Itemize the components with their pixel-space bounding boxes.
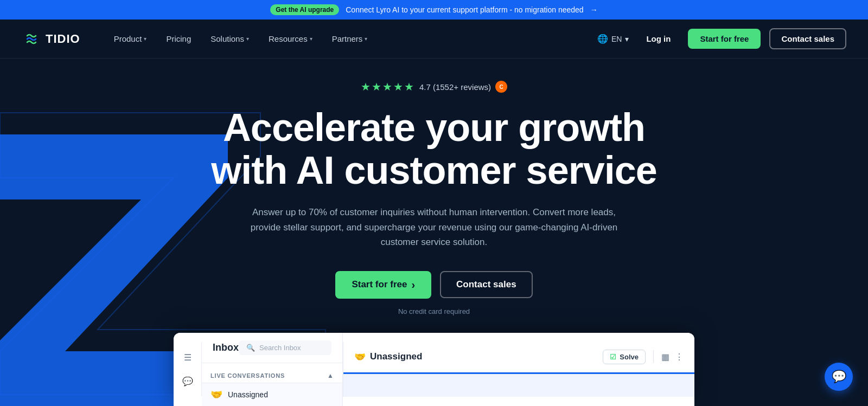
conversation-item[interactable]: 🤝 Unassigned: [202, 383, 342, 406]
nav-links: Product ▾ Pricing Solutions ▾ Resources …: [106, 30, 375, 48]
action-divider: [653, 350, 654, 363]
nav-item-pricing[interactable]: Pricing: [158, 30, 199, 48]
nav-item-solutions[interactable]: Solutions ▾: [203, 30, 257, 48]
dashboard-preview: ☰ 💬 Inbox 🔍 Search Inbox LIVE CONVERSATI…: [174, 333, 694, 406]
start-free-button[interactable]: Start for free: [688, 29, 761, 49]
contact-sales-button[interactable]: Contact sales: [769, 28, 846, 49]
rating-text: 4.7 (1552+ reviews): [419, 82, 491, 92]
more-options-button[interactable]: ⋮: [675, 352, 684, 362]
rating-row: ★★★★★ 4.7 (1552+ reviews) C: [361, 80, 507, 93]
nav-left: TIDIO Product ▾ Pricing Solutions ▾ Reso…: [22, 29, 375, 49]
chevron-down-icon: ▾: [625, 35, 629, 43]
chat-bubble-button[interactable]: 💬: [825, 363, 853, 391]
chevron-down-icon: ▾: [144, 36, 146, 42]
star-rating: ★★★★★: [361, 80, 415, 93]
wave-emoji: 🤝: [354, 351, 366, 363]
nav-item-product[interactable]: Product ▾: [106, 30, 155, 48]
banner-text: Connect Lyro AI to your current support …: [346, 5, 583, 14]
search-placeholder: Search Inbox: [259, 344, 301, 352]
login-button[interactable]: Log in: [637, 30, 679, 48]
logo[interactable]: TIDIO: [22, 29, 80, 49]
search-icon: 🔍: [246, 344, 255, 352]
logo-text: TIDIO: [46, 32, 80, 46]
top-banner: Get the AI upgrade Connect Lyro AI to yo…: [0, 0, 868, 20]
checkbox-icon: ☑: [610, 353, 616, 361]
chevron-up-icon: ▲: [327, 372, 334, 379]
dashboard-header: ☰ 💬 Inbox 🔍 Search Inbox LIVE CONVERSATI…: [174, 333, 694, 406]
hero-title: Accelerate your growth with AI customer …: [211, 106, 657, 192]
chevron-down-icon: ▾: [246, 36, 249, 42]
hero-contact-sales-button[interactable]: Contact sales: [440, 271, 533, 298]
hero-start-free-button[interactable]: Start for free ›: [335, 271, 431, 299]
nav-item-resources[interactable]: Resources ▾: [261, 30, 320, 48]
search-bar[interactable]: 🔍 Search Inbox: [239, 340, 331, 355]
conversations-section: LIVE CONVERSATIONS ▲ 🤝 Unassigned: [202, 363, 342, 406]
arrow-icon: ›: [411, 279, 415, 291]
grid-icon-button[interactable]: ▦: [661, 352, 669, 362]
no-credit-card-text: No credit card required: [398, 307, 470, 315]
dashboard-actions: ☑ Solve ▦ ⋮: [603, 350, 684, 364]
nav-item-partners[interactable]: Partners ▾: [324, 30, 375, 48]
navbar: TIDIO Product ▾ Pricing Solutions ▾ Reso…: [0, 20, 868, 59]
logo-icon: [22, 29, 41, 49]
hero-content: ★★★★★ 4.7 (1552+ reviews) C Accelerate y…: [211, 80, 657, 315]
chat-icon: 💬: [181, 375, 194, 388]
inbox-icon: ☰: [181, 351, 194, 364]
globe-icon: 🌐: [597, 34, 608, 44]
right-panel-header: 🤝 Unassigned ☑ Solve ▦ ⋮: [343, 342, 694, 372]
hero-section: ★★★★★ 4.7 (1552+ reviews) C Accelerate y…: [0, 59, 868, 406]
conversation-name: Unassigned: [228, 390, 268, 399]
hero-subtitle: Answer up to 70% of customer inquiries w…: [239, 205, 629, 249]
right-panel-title: 🤝 Unassigned: [354, 351, 422, 363]
dashboard-sidebar: ☰ 💬: [174, 342, 202, 396]
banner-arrow: →: [590, 5, 598, 14]
lang-selector[interactable]: 🌐 EN ▾: [597, 34, 629, 44]
hero-cta-row: Start for free › Contact sales: [335, 271, 532, 299]
banner-badge[interactable]: Get the AI upgrade: [270, 4, 339, 15]
inbox-bar: Inbox 🔍 Search Inbox: [202, 333, 342, 363]
inbox-panel: Inbox 🔍 Search Inbox LIVE CONVERSATIONS …: [202, 333, 343, 406]
conversation-emoji: 🤝: [210, 389, 222, 401]
nav-right: 🌐 EN ▾ Log in Start for free Contact sal…: [597, 28, 846, 49]
conversations-header: LIVE CONVERSATIONS ▲: [202, 369, 342, 383]
chevron-down-icon: ▾: [365, 36, 367, 42]
right-panel: 🤝 Unassigned ☑ Solve ▦ ⋮: [343, 342, 694, 397]
chat-bubble-icon: 💬: [832, 370, 846, 384]
conversations-label: LIVE CONVERSATIONS: [210, 372, 285, 379]
inbox-title: Inbox: [213, 342, 239, 353]
conversation-body: [343, 372, 694, 397]
chevron-down-icon: ▾: [310, 36, 312, 42]
solve-button[interactable]: ☑ Solve: [603, 350, 646, 364]
capterra-icon: C: [495, 81, 507, 93]
